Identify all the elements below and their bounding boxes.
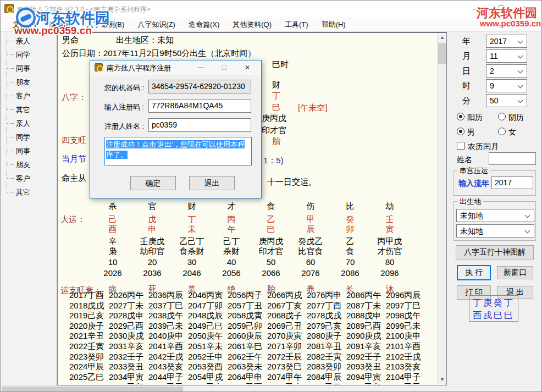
registration-message-box[interactable]: 注册成功！点击'退出'，您现在可以使用本程序了。 [104, 137, 252, 165]
dayun-column-2: 财丁未乙己丁食杀财302046墓 [172, 201, 212, 294]
hour-select[interactable]: 9 [486, 79, 527, 92]
year-cell: 2085乙巳 [307, 382, 346, 384]
reg-code-input[interactable]: 772R86A84M1QA45 [148, 99, 251, 113]
month-select[interactable]: 11 [486, 49, 527, 63]
year-cell: 2031辛亥 [109, 341, 148, 352]
female-radio-label[interactable]: 女 [508, 128, 516, 137]
kongwang-text: [午未空] [298, 103, 327, 113]
menu-item-6[interactable]: 工具(T) [278, 17, 315, 32]
year-table-row: 2019己亥2028戊申2038戊午2048戊辰2058戊寅2068戊子2078… [58, 311, 437, 321]
sidebar-item-10[interactable]: 客户 [3, 172, 57, 185]
sidebar-item-9[interactable]: 朋友 [3, 158, 57, 172]
confirm-button[interactable]: 确定 [130, 176, 176, 190]
solar-radio-label[interactable]: 阳历 [467, 113, 483, 123]
year-cell: 2080庚子 [307, 331, 346, 341]
menu-item-3[interactable]: 八字知识(Z) [131, 17, 182, 32]
year-select[interactable]: 2017 [486, 35, 527, 48]
dayun-god: 官 [132, 201, 172, 214]
dayun-hidden-gods: 杀财 [212, 246, 251, 257]
year-cell: 2095乙卯 [346, 382, 386, 384]
dayun-stem: 癸 [330, 214, 370, 224]
sidebar-item-1[interactable]: 同学 [3, 48, 57, 62]
sidebar-item-7[interactable]: 同学 [3, 130, 57, 144]
city-select[interactable]: 未知地 [456, 224, 534, 238]
registration-message: 注册成功！点击'退出'，您现在可以使用本程序了。 [106, 140, 245, 159]
dayun-god: 劫 [370, 201, 410, 214]
year-cell: 2068戊子 [267, 311, 307, 321]
dayun-age: 10 [93, 257, 132, 268]
dayun-age: 70 [330, 257, 370, 268]
dayun-hidden: 庚丙戊 [251, 236, 291, 246]
lunar-radio[interactable] [498, 113, 506, 120]
dayun-age: 40 [212, 257, 251, 268]
hour-label: 时 [462, 81, 471, 91]
day-select[interactable]: 2 [486, 64, 527, 78]
male-radio-label[interactable]: 男 [467, 128, 475, 137]
dialog-close-button[interactable]: ✕ [236, 60, 259, 75]
vertical-scrollbar[interactable]: ▲ ▼ [437, 33, 446, 384]
menu-item-7[interactable]: 帮助(H) [315, 17, 352, 32]
sidebar-item-4[interactable]: 客户 [3, 89, 57, 103]
sidebar-item-2[interactable]: 同事 [3, 62, 57, 75]
female-radio[interactable] [498, 128, 506, 135]
province-select[interactable]: 未知地 [456, 209, 534, 222]
chuangong-group: 串宫压运 输入流年 2017 [453, 170, 536, 196]
minute-select[interactable]: 50 [486, 94, 527, 107]
dayun-stem: 戊 [132, 214, 172, 224]
dayun-branch: 未 [172, 224, 212, 236]
reg-name-input[interactable]: pc0359 [148, 118, 251, 132]
menu-item-4[interactable]: 造命篇(X) [182, 17, 226, 32]
male-radio[interactable] [457, 128, 464, 135]
sidebar-item-3[interactable]: 朋友 [3, 75, 57, 89]
horizontal-scrollbar[interactable] [1, 385, 447, 392]
dialog-title: 南方批八字程序注册 [107, 63, 171, 73]
leap-month-label[interactable]: 农历闰月 [468, 142, 499, 152]
scroll-down-icon[interactable]: ▼ [438, 375, 447, 384]
solar-radio[interactable] [457, 113, 464, 120]
year-cell: 2078戊戌 [307, 311, 346, 321]
year-cell: 2099己未 [386, 321, 425, 332]
year-cell: 2057丁丑 [228, 301, 267, 311]
year-cell: 2102壬戌 [386, 352, 425, 362]
dialog-exit-button[interactable]: 退出 [189, 176, 235, 190]
execute-button[interactable]: 执 行 [457, 265, 491, 280]
year-cell: 2071辛卯 [267, 341, 307, 352]
sidebar-item-6[interactable]: 亲人 [3, 117, 57, 130]
sidebar-item-5[interactable]: 其它 [3, 103, 57, 117]
app-icon [4, 4, 14, 13]
year-cell: 2063癸未 [228, 362, 267, 372]
vertical-scroll-thumb[interactable] [438, 43, 446, 64]
menu-item-2[interactable]: 八字命例(B) [80, 17, 131, 32]
minimize-button[interactable]: — [464, 1, 489, 17]
year-cell: 2065乙酉 [228, 382, 267, 384]
liunian-input[interactable]: 2017 [491, 176, 533, 189]
year-cell: 2053癸酉 [188, 362, 228, 372]
menu-item-0[interactable]: 文件(F) [6, 17, 43, 32]
year-cell: 2040庚申 [148, 331, 188, 341]
sidebar-item-0[interactable]: 亲人 [3, 34, 57, 48]
liunian-year-table: 2017丁酉2026丙午2036丙辰2046丙寅2056丙子2066丙戌2076… [58, 290, 437, 384]
dayun-year: 2026 [93, 268, 132, 284]
lunar-radio-label[interactable]: 阴历 [508, 113, 524, 123]
leap-month-checkbox[interactable] [457, 142, 464, 150]
year-cell: 2087丁未 [346, 301, 386, 311]
name-input[interactable] [489, 152, 536, 165]
year-cell: 2034甲寅 [109, 372, 148, 383]
menu-bar: 文件(F)编辑(E)八字命例(B)八字知识(Z)造命篇(X)其他资料(Q)工具(… [1, 17, 541, 32]
dialog-minimize-button[interactable]: — [190, 60, 213, 75]
maximize-button[interactable]: ☐ [489, 1, 513, 17]
year-cell: 2035乙卯 [109, 382, 148, 384]
year-cell: 2019己亥 [69, 311, 109, 321]
dialog-title-bar: 南方批八字程序注册 — ☐ ✕ [90, 60, 261, 75]
menu-item-5[interactable]: 其他资料(Q) [226, 17, 278, 32]
new-window-button[interactable]: 新窗口 [497, 266, 533, 279]
dayun-hidden-gods: 才伤官 [370, 246, 410, 257]
menu-item-1[interactable]: 编辑(E) [43, 17, 80, 32]
jieqi-value-fragment: 1：5) [263, 156, 284, 166]
sidebar-item-11[interactable]: 其它 [3, 185, 57, 199]
scroll-up-icon[interactable]: ▲ [438, 33, 447, 42]
horizontal-scroll-thumb[interactable] [2, 387, 183, 392]
sidebar-item-8[interactable]: 同事 [3, 144, 57, 158]
wuxing-diagram-button[interactable]: 八字五行十神图解 [456, 245, 534, 260]
close-button[interactable]: ✕ [513, 1, 538, 17]
